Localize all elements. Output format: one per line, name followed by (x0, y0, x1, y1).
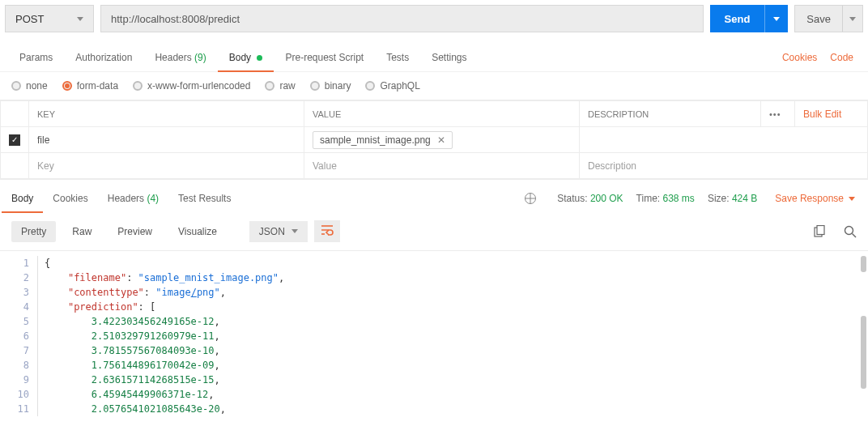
svg-line-5 (853, 233, 857, 237)
table-row-new: Key Value Description (1, 153, 868, 179)
new-value-input[interactable]: Value (304, 153, 580, 179)
format-select[interactable]: JSON (249, 221, 308, 242)
scrollbar-thumb[interactable] (861, 316, 866, 389)
body-type-none[interactable]: none (11, 80, 48, 92)
size-value: 424 B (732, 193, 757, 204)
wrap-lines-button[interactable] (314, 220, 340, 242)
row-key[interactable]: file (29, 127, 304, 153)
tab-body[interactable]: Body (218, 44, 274, 71)
tab-authorization[interactable]: Authorization (64, 44, 143, 71)
file-name: sample_mnist_image.png (320, 134, 431, 146)
file-chip: sample_mnist_image.png ✕ (313, 131, 453, 149)
resp-tab-headers[interactable]: Headers (4) (98, 185, 168, 212)
chevron-down-icon (849, 17, 856, 21)
save-dropdown[interactable] (842, 6, 862, 32)
chevron-down-icon (773, 17, 780, 21)
time-value: 638 ms (663, 193, 695, 204)
row-value[interactable]: sample_mnist_image.png ✕ (304, 127, 580, 153)
body-type-graphql[interactable]: GraphQL (365, 80, 419, 92)
scrollbar-thumb[interactable] (861, 256, 866, 272)
view-preview[interactable]: Preview (108, 221, 162, 242)
tab-prerequest[interactable]: Pre-request Script (274, 44, 375, 71)
tab-tests[interactable]: Tests (375, 44, 420, 71)
chevron-down-icon (77, 17, 83, 21)
remove-file-icon[interactable]: ✕ (437, 134, 445, 146)
th-description: DESCRIPTION (580, 101, 761, 127)
radio-icon (11, 81, 21, 91)
more-options-icon[interactable]: ••• (769, 109, 781, 119)
new-desc-input[interactable]: Description (580, 153, 868, 179)
bulk-edit-link[interactable]: Bulk Edit (803, 109, 841, 120)
wrap-icon (321, 224, 334, 236)
code-link[interactable]: Code (823, 44, 860, 71)
line-gutter: 1234567891011 (0, 256, 37, 416)
search-icon[interactable] (844, 225, 857, 238)
send-label: Send (710, 13, 765, 25)
body-type-raw[interactable]: raw (265, 80, 295, 92)
chevron-down-icon (291, 229, 298, 233)
body-type-binary[interactable]: binary (310, 80, 351, 92)
url-input[interactable] (100, 5, 704, 32)
row-checkbox[interactable]: ✓ (9, 134, 20, 146)
radio-icon (133, 81, 143, 91)
th-value: VALUE (304, 101, 580, 127)
resp-tab-tests[interactable]: Test Results (168, 185, 240, 212)
chevron-down-icon (849, 197, 855, 201)
save-button[interactable]: Save (794, 5, 863, 32)
view-pretty[interactable]: Pretty (11, 221, 56, 242)
formdata-table: KEY VALUE DESCRIPTION ••• Bulk Edit ✓ fi… (0, 100, 868, 179)
view-visualize[interactable]: Visualize (168, 221, 227, 242)
resp-tab-cookies[interactable]: Cookies (43, 185, 97, 212)
save-response-button[interactable]: Save Response (770, 193, 860, 204)
send-button[interactable]: Send (710, 5, 789, 32)
http-method-select[interactable]: POST (5, 5, 94, 32)
tab-params[interactable]: Params (8, 44, 64, 71)
cookies-link[interactable]: Cookies (776, 44, 823, 71)
tab-settings[interactable]: Settings (420, 44, 478, 71)
radio-icon (310, 81, 320, 91)
table-row: ✓ file sample_mnist_image.png ✕ (1, 127, 868, 153)
tab-headers-label: Headers (155, 52, 191, 63)
view-raw[interactable]: Raw (62, 221, 101, 242)
headers-count: (9) (194, 52, 206, 63)
status-value: 200 OK (590, 193, 623, 204)
copy-icon[interactable] (814, 225, 826, 237)
save-label: Save (795, 13, 842, 25)
radio-icon (365, 81, 375, 91)
globe-icon[interactable] (525, 193, 536, 204)
code-content: { "filename": "sample_mnist_image.png", … (37, 256, 868, 416)
resp-headers-count: (4) (147, 193, 159, 204)
body-has-content-dot (257, 55, 262, 61)
svg-point-4 (845, 226, 853, 234)
resp-tab-body[interactable]: Body (2, 185, 43, 212)
radio-icon (265, 81, 274, 91)
tab-body-label: Body (229, 52, 251, 63)
send-dropdown[interactable] (764, 5, 788, 32)
th-key: KEY (29, 101, 304, 127)
radio-icon (62, 81, 72, 91)
svg-rect-3 (817, 226, 824, 235)
http-method-label: POST (15, 13, 44, 25)
response-body[interactable]: 1234567891011 { "filename": "sample_mnis… (0, 251, 868, 421)
body-type-formdata[interactable]: form-data (62, 80, 118, 92)
tab-headers[interactable]: Headers (9) (143, 44, 217, 71)
body-type-urlencoded[interactable]: x-www-form-urlencoded (133, 80, 250, 92)
new-key-input[interactable]: Key (29, 153, 304, 179)
